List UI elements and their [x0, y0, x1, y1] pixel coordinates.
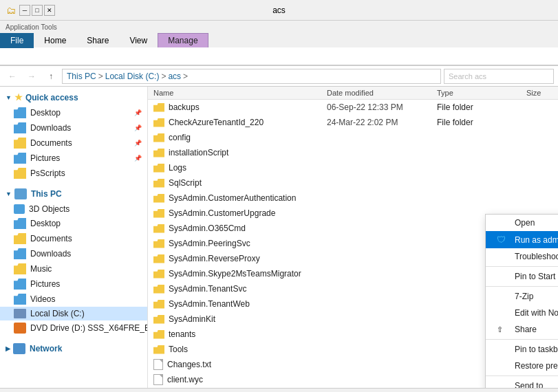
folder-icon: [153, 254, 164, 263]
file-name: SqlScript: [169, 178, 202, 188]
tab-manage[interactable]: Manage: [158, 33, 208, 47]
table-row[interactable]: backups 06-Sep-22 12:33 PM File folder: [148, 100, 558, 115]
address-path[interactable]: This PC > Local Disk (C:) > acs >: [62, 69, 441, 84]
minimize-button[interactable]: ─: [19, 5, 30, 16]
close-button[interactable]: ✕: [44, 5, 55, 16]
table-row[interactable]: config: [148, 130, 558, 145]
folder-icon: [153, 330, 164, 339]
sidebar-item-music[interactable]: Music: [0, 261, 147, 276]
search-input[interactable]: Search acs: [444, 69, 554, 84]
sidebar-item-pictures-quick[interactable]: Pictures 📌: [0, 151, 147, 166]
ctx-pin-start[interactable]: Pin to Start: [486, 268, 558, 285]
forward-button[interactable]: →: [23, 69, 40, 84]
label-pictures-pc: Pictures: [30, 279, 60, 289]
sidebar-item-downloads-quick[interactable]: Downloads 📌: [0, 120, 147, 135]
network-header[interactable]: ▶ Network: [0, 340, 147, 357]
file-name: installationScript: [169, 148, 228, 157]
path-part-local-disk[interactable]: Local Disk (C:): [105, 72, 160, 81]
folder-icon: [153, 103, 164, 112]
ctx-pin-start-label: Pin to Start: [515, 272, 555, 281]
folder-icon-downloads-quick: [14, 122, 26, 133]
sidebar-item-pictures-pc[interactable]: Pictures: [0, 276, 147, 292]
shield-icon: 🛡: [497, 235, 509, 245]
ctx-restore-versions[interactable]: Restore previous versions: [486, 358, 558, 374]
tab-home[interactable]: Home: [34, 33, 76, 47]
sidebar-item-videos[interactable]: Videos: [0, 292, 147, 307]
app-icon: 🗂: [6, 5, 17, 16]
tab-view[interactable]: View: [119, 33, 158, 47]
ctx-troubleshoot[interactable]: Troubleshoot compatibility: [486, 248, 558, 265]
ribbon-tab-bar: File Home Share View Manage: [0, 33, 558, 47]
sidebar-item-documents-quick[interactable]: Documents 📌: [0, 135, 147, 151]
icon-local-disk: [14, 309, 26, 318]
sidebar-item-documents-pc[interactable]: Documents: [0, 231, 147, 246]
ctx-notepad-label: Edit with Notepad++: [515, 308, 558, 318]
table-row[interactable]: Logs: [148, 160, 558, 175]
sidebar-item-local-disk[interactable]: Local Disk (C:): [0, 307, 147, 320]
ctx-notepad[interactable]: Edit with Notepad++: [486, 305, 558, 321]
ctx-restore-label: Restore previous versions: [515, 361, 558, 371]
col-header-size[interactable]: Size: [526, 89, 558, 97]
sidebar-item-desktop-pc[interactable]: Desktop: [0, 216, 147, 231]
sidebar-item-label-psscripts: PsScripts: [30, 168, 65, 178]
tab-share[interactable]: Share: [76, 33, 119, 47]
folder-icon: [153, 270, 164, 279]
path-sep-2: >: [161, 72, 166, 81]
maximize-button[interactable]: □: [32, 5, 43, 16]
table-row[interactable]: SysAdmin.CustomerAuthentication: [148, 190, 558, 206]
tab-file[interactable]: File: [0, 33, 34, 48]
col-header-date[interactable]: Date modified: [327, 89, 437, 97]
up-button[interactable]: ↑: [43, 69, 59, 84]
quick-access-label: Quick access: [25, 93, 78, 102]
ctx-share[interactable]: ⇧ Share: [486, 321, 558, 338]
ctx-sep-3: [486, 339, 558, 340]
file-name: SysAdmin.CustomerUpgrade: [169, 208, 275, 218]
app-tools-label: Application Tools: [0, 22, 63, 33]
ctx-send-to-label: Send to: [515, 381, 543, 388]
this-pc-header[interactable]: ▼ This PC: [0, 186, 147, 202]
ctx-7zip-label: 7-Zip: [515, 292, 533, 301]
folder-icon: [153, 209, 164, 218]
folder-icon-documents-pc: [14, 233, 26, 244]
table-row[interactable]: installationScript: [148, 145, 558, 160]
quick-access-header[interactable]: ▼ ★ Quick access: [0, 89, 147, 105]
table-row[interactable]: SqlScript: [148, 175, 558, 190]
table-row[interactable]: CheckAzureTenantId_220 24-Mar-22 2:02 PM…: [148, 115, 558, 130]
icon-3d-objects: [14, 204, 25, 214]
col-header-type[interactable]: Type: [437, 89, 526, 97]
back-button[interactable]: ←: [4, 69, 21, 84]
sidebar-item-dvd-drive[interactable]: DVD Drive (D:) SSS_X64FRE_EN: [0, 320, 147, 336]
ctx-open[interactable]: Open: [486, 215, 558, 231]
network-section: ▶ Network: [0, 340, 147, 357]
path-part-acs[interactable]: acs: [168, 72, 181, 81]
sidebar-item-psscripts[interactable]: PsScripts: [0, 166, 147, 181]
folder-icon: [153, 149, 164, 157]
pin-icon-documents: 📌: [134, 140, 142, 146]
ctx-run-admin[interactable]: 🛡 Run as administrator: [486, 231, 558, 248]
ctx-run-admin-label: Run as administrator: [515, 235, 558, 245]
sidebar-item-desktop-quick[interactable]: Desktop 📌: [0, 105, 147, 120]
ctx-7zip[interactable]: 7-Zip ▶: [486, 288, 558, 305]
window-title: acs: [272, 6, 286, 15]
ctx-sep-1: [486, 266, 558, 267]
sidebar-item-downloads-pc[interactable]: Downloads: [0, 246, 147, 261]
folder-icon: [153, 345, 164, 354]
col-header-name[interactable]: Name: [148, 89, 327, 97]
address-bar: ← → ↑ This PC > Local Disk (C:) > acs > …: [0, 66, 558, 87]
file-name: Tools: [169, 345, 188, 354]
file-name: config: [169, 133, 191, 142]
network-chevron: ▶: [6, 345, 10, 352]
label-dvd-drive: DVD Drive (D:) SSS_X64FRE_EN: [30, 323, 148, 333]
file-name: SysAdmin.ReverseProxy: [169, 254, 260, 263]
ctx-send-to[interactable]: Send to ▶: [486, 378, 558, 388]
folder-icon: [153, 133, 164, 142]
path-part-this-pc[interactable]: This PC: [67, 72, 96, 81]
sidebar-item-label-documents-quick: Documents: [30, 138, 72, 148]
folder-icon: [153, 179, 164, 188]
sidebar-item-3d-objects[interactable]: 3D Objects: [0, 202, 147, 216]
ctx-pin-taskbar[interactable]: Pin to taskbar: [486, 341, 558, 358]
sidebar-item-label-pictures-quick: Pictures: [30, 153, 60, 163]
label-3d-objects: 3D Objects: [29, 204, 69, 214]
file-name: SysAdmin.TenantWeb: [169, 299, 250, 309]
folder-icon: [153, 118, 164, 127]
